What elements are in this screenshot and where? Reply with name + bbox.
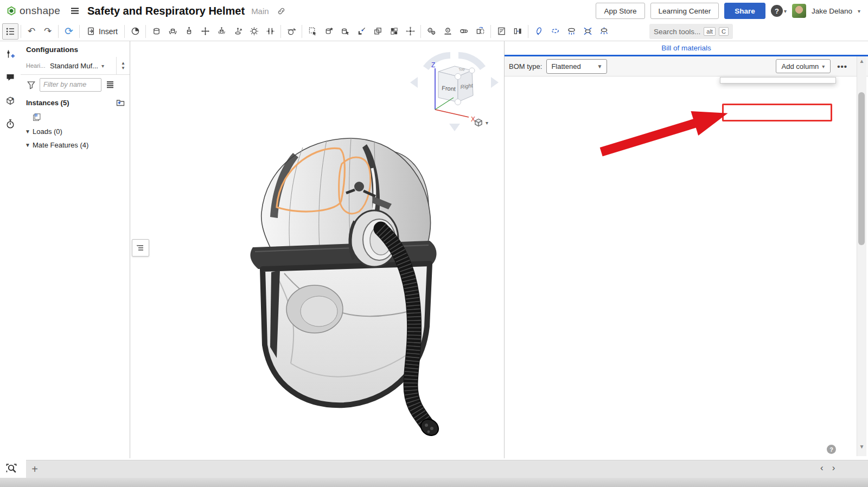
svg-text:Z: Z — [431, 61, 435, 69]
cylindrical-mate-button[interactable] — [213, 23, 229, 40]
sim-revolute-button[interactable] — [531, 23, 547, 40]
fastened-mate-button[interactable] — [148, 23, 164, 40]
svg-text:Front: Front — [442, 85, 456, 92]
scroll-up-icon[interactable]: ▲ — [857, 58, 866, 64]
update-linked-documents-button[interactable]: ⟳ — [61, 23, 77, 40]
tangent-mate-button[interactable] — [283, 23, 299, 40]
view-options-button[interactable]: ▾ — [473, 117, 488, 128]
rack-and-pinion-relation-button[interactable] — [439, 23, 456, 40]
share-button[interactable]: Share — [724, 3, 765, 19]
filter-funnel-icon[interactable] — [26, 80, 36, 89]
onshape-logo[interactable]: onshape — [7, 5, 60, 17]
shortcut-key-alt: alt — [704, 27, 716, 36]
mate-features-label: Mate Features (4) — [33, 141, 88, 149]
toolbar-separator — [145, 25, 146, 38]
add-column-button[interactable]: Add column ▾ — [776, 59, 831, 73]
slider-mate-button[interactable] — [181, 23, 197, 40]
release-management-button[interactable]: ? — [3, 93, 17, 107]
belt-relation-icon — [459, 27, 469, 36]
filter-input[interactable] — [40, 78, 101, 92]
ball-mate-icon — [249, 27, 259, 36]
app-store-button[interactable]: App Store — [596, 3, 644, 19]
search-tools[interactable]: Search tools... alt C — [649, 24, 733, 39]
scrollbar-thumb[interactable] — [858, 92, 865, 245]
tab-search-button[interactable] — [5, 462, 20, 476]
box-select-button[interactable] — [304, 23, 321, 40]
sim-bearing-button[interactable] — [547, 23, 563, 40]
undo-button[interactable]: ↶ — [23, 23, 40, 40]
ball-mate-button[interactable] — [246, 23, 262, 40]
revolute-mate-button[interactable] — [164, 23, 181, 40]
document-menu-icon[interactable] — [70, 6, 80, 16]
panel-flyout-handle[interactable] — [132, 239, 149, 257]
avatar[interactable] — [792, 4, 806, 18]
user-chevron-down-icon[interactable]: ▾ — [858, 8, 860, 14]
assembly-pattern-button[interactable] — [386, 23, 402, 40]
create-drawing-button[interactable] — [493, 23, 509, 40]
add-folder-icon[interactable] — [116, 98, 125, 107]
undo-icon: ↶ — [27, 27, 36, 36]
configurations-panel-button[interactable] — [3, 47, 17, 61]
tree-item[interactable] — [21, 111, 130, 125]
configuration-value-dropdown[interactable]: Standard Muf... ▾ — [50, 62, 104, 70]
mate-icon — [130, 27, 140, 36]
edit-in-context-button[interactable] — [337, 23, 353, 40]
mate-features-section[interactable]: ▼ Mate Features (4) — [21, 138, 130, 152]
sim-distributed-load-button[interactable] — [563, 23, 579, 40]
chevron-down-icon: ▾ — [101, 63, 104, 69]
planar-mate-icon — [200, 27, 210, 36]
configuration-row: Heari... Standard Muf... ▾ ▲▼ — [21, 57, 130, 75]
insert-part-button[interactable] — [321, 23, 337, 40]
assembly-structure-toggle-button[interactable] — [2, 23, 18, 40]
gear-relation-button[interactable] — [423, 23, 439, 40]
bom-scrollbar[interactable]: ▲ ▼ — [857, 56, 866, 456]
bom-panel-title[interactable]: Bill of materials — [661, 44, 711, 52]
graphics-area[interactable]: Front Right Top Z X ▾ — [130, 41, 504, 458]
toolbar-separator — [302, 25, 302, 38]
header-actions: App Store Learning Center Share ? ▾ Jake… — [596, 3, 860, 19]
help-menu[interactable]: ? ▾ — [771, 5, 787, 17]
user-name[interactable]: Jake Delano — [812, 7, 852, 15]
bom-type-value: Flattened — [551, 62, 580, 71]
exploded-view-button[interactable] — [402, 23, 418, 40]
insert-part-icon — [324, 27, 334, 36]
bom-more-menu-button[interactable]: ••• — [835, 61, 850, 72]
interference-detection-button[interactable] — [509, 23, 526, 40]
toolbar-separator — [490, 25, 491, 38]
toolbar-separator — [58, 25, 59, 38]
replicate-button[interactable] — [472, 23, 488, 40]
planar-mate-button[interactable] — [197, 23, 213, 40]
redo-button[interactable]: ↷ — [40, 23, 56, 40]
tabs-prev-icon[interactable]: ‹ — [820, 463, 824, 473]
bom-type-dropdown[interactable]: Flattened ▼ — [546, 59, 607, 74]
sim-spray-icon — [599, 27, 609, 36]
configuration-spinner[interactable]: ▲▼ — [116, 57, 130, 74]
tabs-next-icon[interactable]: › — [832, 463, 835, 473]
link-icon[interactable] — [277, 6, 286, 16]
loads-section[interactable]: ▼ Loads (0) — [21, 125, 130, 139]
comments-panel-button[interactable] — [3, 70, 17, 84]
slider-mate-icon — [184, 27, 194, 36]
sim-spray-button[interactable] — [596, 23, 612, 40]
pin-slot-mate-button[interactable] — [229, 23, 246, 40]
mate-connector-button[interactable] — [353, 23, 369, 40]
help-badge[interactable]: ? — [827, 445, 836, 454]
belt-relation-button[interactable] — [456, 23, 472, 40]
document-title: Safety and Respiratory Helmet — [87, 5, 245, 17]
box-select-icon — [308, 27, 317, 36]
insert-button[interactable]: Insert — [82, 23, 122, 40]
new-tab-button[interactable]: + — [28, 463, 41, 476]
list-options-icon[interactable] — [105, 80, 115, 89]
scroll-down-icon[interactable]: ▼ — [857, 444, 866, 450]
parallel-mate-button[interactable] — [262, 23, 278, 40]
mate-button[interactable] — [127, 23, 143, 40]
bom-titlebar: Bill of materials — [505, 41, 868, 55]
workspace-name[interactable]: Main — [251, 7, 269, 16]
helmet-model[interactable] — [239, 130, 456, 439]
group-button[interactable] — [369, 23, 386, 40]
sim-revolute-icon — [534, 27, 544, 36]
learning-center-button[interactable]: Learning Center — [650, 3, 719, 19]
top-header: onshape Safety and Respiratory Helmet Ma… — [0, 0, 868, 22]
sim-squeeze-button[interactable] — [579, 23, 596, 40]
history-panel-button[interactable] — [3, 117, 17, 131]
